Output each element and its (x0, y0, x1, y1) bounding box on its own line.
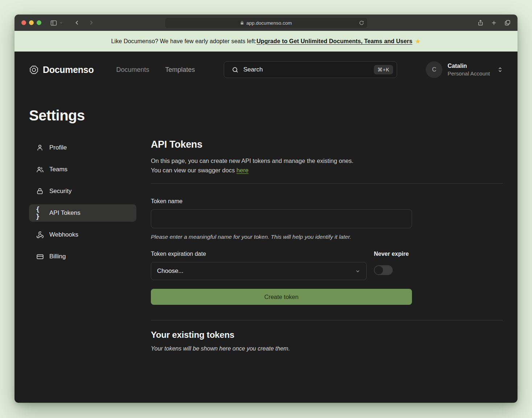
token-name-label: Token name (151, 198, 412, 205)
sidebar-item-label: Teams (49, 166, 67, 173)
sidebar-item-label: API Tokens (49, 209, 81, 217)
toggle-knob (375, 266, 383, 274)
sidebar-item-label: Billing (49, 253, 66, 260)
divider (151, 320, 503, 320)
existing-tokens-title: Your existing tokens (151, 330, 503, 340)
lock-icon (36, 188, 44, 195)
app-content: Documenso Documents Templates Search ⌘+K (15, 52, 517, 403)
existing-tokens-empty-text: Your tokens will be shown here once you … (151, 345, 503, 352)
token-name-input[interactable] (151, 209, 412, 228)
chevrons-up-down-icon (497, 66, 503, 73)
swagger-docs-link[interactable]: here (236, 167, 248, 173)
expiration-select[interactable]: Choose... (151, 262, 367, 280)
lock-icon (240, 21, 244, 25)
sidebar-item-label: Security (49, 188, 71, 195)
url-text: app.documenso.com (246, 20, 292, 26)
traffic-lights (21, 20, 41, 25)
star-icon: ★ (415, 37, 421, 45)
section-description: On this page, you can create new API tok… (151, 156, 503, 175)
nav-documents[interactable]: Documents (116, 66, 149, 74)
description-line2: You can view our swagger docs (151, 167, 236, 173)
brand-home-link[interactable]: Documenso (29, 65, 94, 75)
credit-card-icon (36, 253, 44, 261)
user-icon (36, 144, 44, 151)
search-placeholder: Search (243, 66, 374, 73)
description-line1: On this page, you can create new API tok… (151, 157, 354, 164)
sidebar-item-teams[interactable]: Teams (29, 161, 136, 178)
tab-overview-icon[interactable] (504, 19, 511, 26)
sidebar-item-security[interactable]: Security (29, 183, 136, 200)
new-tab-icon[interactable] (491, 20, 497, 26)
divider (151, 183, 503, 184)
api-tokens-panel: API Tokens On this page, you can create … (151, 139, 503, 352)
sidebar-item-label: Profile (49, 144, 67, 151)
search-input[interactable]: Search ⌘+K (224, 61, 397, 78)
browser-window: app.documenso.com Like Documenso? We hav (15, 15, 517, 403)
sidebar-item-billing[interactable]: Billing (29, 248, 136, 265)
braces-icon: { } (36, 206, 44, 220)
expiration-label: Token expiration date (151, 251, 367, 257)
avatar: C (426, 61, 442, 78)
banner-text: Like Documenso? We have few early adopte… (111, 38, 257, 45)
webhook-icon (36, 231, 44, 239)
create-token-form: Token name Please enter a meaningful nam… (151, 198, 412, 305)
users-icon (36, 166, 44, 173)
page-title: Settings (29, 107, 503, 124)
search-shortcut-badge: ⌘+K (374, 65, 393, 74)
minimize-window-button[interactable] (29, 20, 34, 25)
upsell-banner: Like Documenso? We have few early adopte… (15, 31, 517, 52)
browser-titlebar: app.documenso.com (15, 15, 517, 31)
browser-back-button[interactable] (74, 20, 80, 26)
token-name-hint: Please enter a meaningful name for your … (151, 234, 412, 240)
browser-forward-button[interactable] (88, 20, 94, 26)
browser-address-bar[interactable]: app.documenso.com (165, 17, 368, 28)
sidebar-item-label: Webhooks (49, 231, 78, 238)
nav-templates[interactable]: Templates (165, 66, 195, 74)
sidebar-item-api-tokens[interactable]: { } API Tokens (29, 204, 136, 222)
app-header: Documenso Documents Templates Search ⌘+K (29, 52, 503, 88)
account-type: Personal Account (448, 70, 490, 77)
share-icon[interactable] (477, 19, 484, 26)
account-menu-button[interactable]: C Catalin Personal Account (426, 61, 503, 78)
reload-icon[interactable] (359, 20, 364, 25)
documenso-logo-icon (29, 65, 39, 75)
sidebar-chevron-down-icon[interactable] (59, 21, 63, 25)
settings-nav: Profile Teams Security (29, 139, 136, 352)
account-name: Catalin (448, 62, 490, 70)
chevron-down-icon (355, 269, 360, 274)
brand-name: Documenso (43, 65, 94, 75)
sidebar-item-webhooks[interactable]: Webhooks (29, 226, 136, 243)
search-icon (232, 66, 239, 73)
zoom-window-button[interactable] (37, 20, 41, 25)
never-expire-toggle[interactable] (374, 265, 393, 275)
create-token-button[interactable]: Create token (151, 289, 412, 305)
upgrade-link[interactable]: Upgrade to Get Unlimited Documents, Team… (256, 38, 412, 45)
close-window-button[interactable] (21, 20, 26, 25)
browser-sidebar-icon[interactable] (50, 19, 57, 26)
sidebar-item-profile[interactable]: Profile (29, 139, 136, 156)
top-nav: Documents Templates (116, 66, 195, 74)
expiration-selected-value: Choose... (157, 267, 355, 275)
section-title: API Tokens (151, 139, 503, 150)
never-expire-label: Never expire (374, 251, 412, 257)
desktop: app.documenso.com Like Documenso? We hav (0, 0, 532, 418)
